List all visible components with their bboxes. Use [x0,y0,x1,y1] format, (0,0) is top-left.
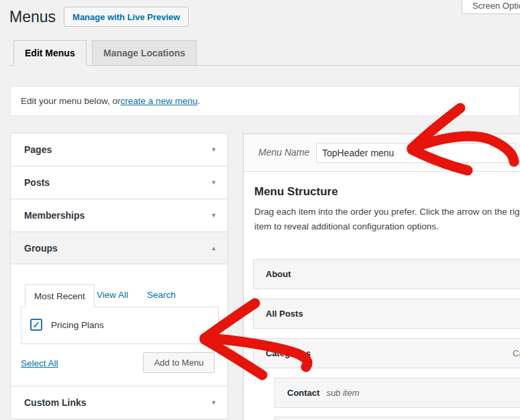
panel-header-pages[interactable]: Pages ▼ [11,134,227,166]
groups-tab-search[interactable]: Search [147,290,176,300]
panel-pages: Pages ▼ [10,133,228,166]
manage-live-preview-button[interactable]: Manage with Live Preview [64,7,189,27]
tab-edit-menus[interactable]: Edit Menus [13,40,87,66]
chevron-down-icon: ▼ [211,179,217,186]
structure-help-line1: Drag each item into the order you prefer… [254,207,520,217]
groups-tab-view-all[interactable]: View All [97,290,128,300]
panel-header-custom-links[interactable]: Custom Links ▼ [11,386,227,419]
chevron-up-icon: ▲ [211,245,217,252]
chevron-down-icon: ▼ [211,212,217,219]
menu-editor-panel: Menu Name Menu Structure Drag each item … [243,134,520,420]
menu-item-label: Contact [287,388,319,398]
menu-name-label: Menu Name [258,147,309,158]
page-title: Menus [9,7,56,27]
menu-item-contact[interactable]: Contact sub item [274,378,520,408]
chevron-down-icon: ▼ [211,399,217,406]
edit-menu-notice: Edit your menu below, or create a new me… [10,86,520,116]
menu-item-label: About [266,269,291,279]
chevron-down-icon: ▼ [211,146,217,153]
tab-manage-locations[interactable]: Manage Locations [92,40,197,66]
menu-items-sidebar: Pages ▼ Posts ▼ Memberships ▼ Groups ▲ M… [10,134,228,419]
menu-structure-heading: Menu Structure [254,185,338,199]
panel-header-posts[interactable]: Posts ▼ [11,166,227,199]
panel-posts: Posts ▼ [10,166,228,199]
menu-item-label: All Posts [266,309,303,319]
checklist-item: ✓ Pricing Plans [30,319,104,331]
panel-groups: Groups ▲ Most Recent View All Search ✓ P… [10,231,228,386]
menu-item-label: Categories [266,348,311,358]
panel-custom-links: Custom Links ▼ [10,386,228,419]
groups-tab-most-recent[interactable]: Most Recent [25,284,95,307]
panel-header-memberships[interactable]: Memberships ▼ [11,199,227,231]
screen-options-button[interactable]: Screen Options [462,0,520,14]
add-to-menu-button[interactable]: Add to Menu [143,352,215,373]
checkbox-label: Pricing Plans [51,320,104,330]
menu-item-about[interactable]: About [253,259,520,289]
menu-item-categories[interactable]: Categories Category [253,338,520,368]
page-header: Menus Manage with Live Preview [9,7,189,27]
menu-name-row: Menu Name [244,134,520,172]
panel-custom-links-label: Custom Links [24,397,87,408]
panel-pages-label: Pages [24,144,52,155]
menu-item-partial[interactable] [274,417,520,420]
structure-help-line2: item to reveal additional configuration … [254,221,439,231]
panel-memberships-label: Memberships [24,210,85,221]
screen-options-label: Screen Options [472,1,520,11]
select-all-link[interactable]: Select All [21,358,58,368]
notice-text-before: Edit your menu below, or [21,96,121,106]
menu-item-type-label: Category [513,348,520,358]
groups-checklist: ✓ Pricing Plans [21,307,219,344]
menu-item-all-posts[interactable]: All Posts [253,299,520,329]
create-new-menu-link[interactable]: create a new menu [121,96,198,106]
panel-memberships: Memberships ▼ [10,199,228,232]
groups-panel-body: Most Recent View All Search ✓ Pricing Pl… [11,264,227,386]
sub-item-badge: sub item [326,388,359,398]
panel-header-groups[interactable]: Groups ▲ [11,232,227,264]
panel-posts-label: Posts [24,177,50,188]
menu-name-input[interactable] [316,143,516,163]
notice-text-after: . [197,96,200,106]
nav-tab-wrapper: Edit Menus Manage Locations [10,40,520,66]
panel-groups-label: Groups [24,243,58,254]
checkbox-checked-icon[interactable]: ✓ [30,319,42,331]
